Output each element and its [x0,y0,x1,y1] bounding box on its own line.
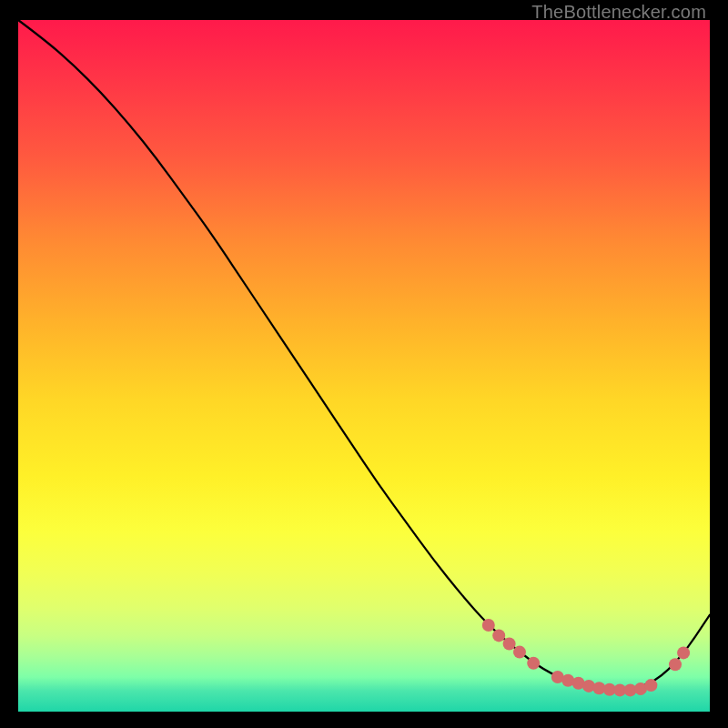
marker-dot [644,679,657,692]
curve-line [18,20,710,690]
chart-frame: TheBottlenecker.com [0,0,728,728]
marker-dot [492,629,505,642]
chart-svg [18,20,710,712]
marker-group [482,619,690,696]
plot-area [18,20,710,712]
marker-dot [677,646,690,659]
marker-dot [527,657,540,670]
marker-dot [513,646,526,659]
marker-dot [669,658,682,671]
marker-dot [503,638,516,651]
marker-dot [482,619,495,632]
